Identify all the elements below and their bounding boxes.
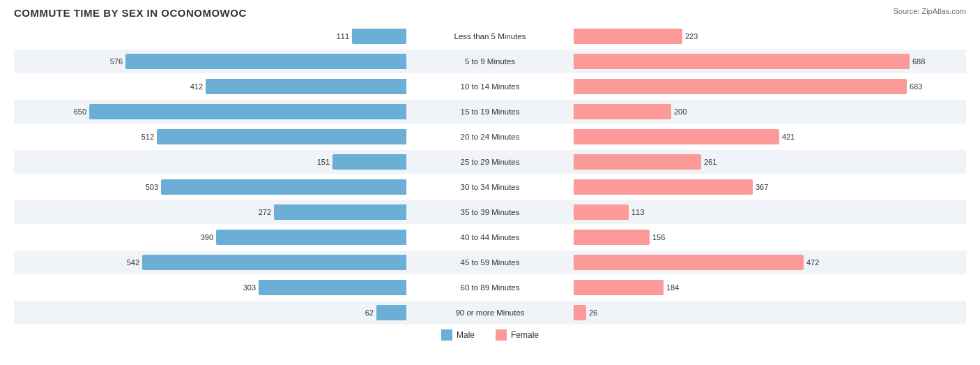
right-bar-section: 113: [574, 200, 644, 224]
left-bar-section: 151: [317, 150, 406, 174]
bar-row: 51220 to 24 Minutes421: [14, 125, 966, 149]
male-value: 303: [243, 283, 256, 292]
legend: Male Female: [14, 329, 966, 341]
female-value: 184: [666, 283, 679, 292]
row-label: 15 to 19 Minutes: [460, 100, 519, 124]
row-label: 35 to 39 Minutes: [460, 200, 519, 224]
right-bar-section: 688: [574, 50, 925, 73]
legend-male-label: Male: [457, 330, 475, 340]
female-bar: [574, 230, 650, 245]
right-bar-section: 683: [574, 75, 922, 98]
bar-row: 6290 or more Minutes26: [14, 301, 966, 325]
row-label: 45 to 59 Minutes: [460, 251, 519, 274]
right-bar-section: 421: [574, 125, 795, 149]
female-value: 113: [631, 208, 644, 216]
row-label: 5 to 9 Minutes: [465, 50, 515, 73]
male-bar: [157, 129, 406, 144]
right-bar-section: 200: [574, 100, 687, 124]
male-value: 390: [201, 233, 213, 241]
female-bar: [574, 204, 629, 220]
male-bar: [125, 54, 406, 69]
row-label: 10 to 14 Minutes: [460, 75, 519, 98]
legend-female-icon: [496, 329, 507, 341]
male-value: 412: [190, 82, 203, 91]
right-bar-section: 156: [574, 225, 665, 249]
female-bar: [574, 154, 701, 170]
male-bar: [332, 154, 406, 170]
female-bar: [574, 255, 804, 270]
row-label: 40 to 44 Minutes: [460, 225, 519, 249]
left-bar-section: 512: [141, 125, 406, 149]
bar-row: 65015 to 19 Minutes200: [14, 100, 966, 124]
legend-male: Male: [441, 329, 475, 341]
chart-area: 111Less than 5 Minutes2235765 to 9 Minut…: [14, 24, 966, 313]
right-bar-section: 26: [574, 301, 597, 325]
right-bar-section: 223: [574, 24, 698, 48]
female-bar: [574, 104, 671, 119]
legend-female-label: Female: [511, 330, 539, 340]
left-bar-section: 576: [110, 50, 406, 73]
female-bar: [574, 280, 664, 295]
chart-title: COMMUTE TIME BY SEX IN OCONOMOWOC: [14, 7, 966, 19]
bar-row: 41210 to 14 Minutes683: [14, 75, 966, 98]
right-bar-section: 261: [574, 150, 717, 174]
row-label: Less than 5 Minutes: [454, 24, 526, 48]
male-value: 650: [74, 107, 86, 116]
bar-row: 39040 to 44 Minutes156: [14, 225, 966, 249]
male-bar: [274, 204, 406, 220]
bar-row: 5765 to 9 Minutes688: [14, 50, 966, 73]
female-value: 223: [685, 32, 698, 40]
male-bar: [89, 104, 406, 119]
bar-row: 27235 to 39 Minutes113: [14, 200, 966, 224]
row-label: 25 to 29 Minutes: [460, 150, 519, 174]
female-value: 156: [652, 233, 665, 241]
bar-row: 111Less than 5 Minutes223: [14, 24, 966, 48]
female-bar: [574, 29, 682, 44]
left-bar-section: 650: [74, 100, 406, 124]
left-bar-section: 412: [190, 75, 406, 98]
female-bar: [574, 305, 586, 320]
legend-female: Female: [496, 329, 539, 341]
male-bar: [376, 305, 406, 320]
chart-container: COMMUTE TIME BY SEX IN OCONOMOWOC Source…: [0, 0, 980, 365]
female-bar: [574, 129, 779, 144]
right-bar-section: 472: [574, 251, 819, 274]
female-value: 367: [756, 183, 768, 191]
row-label: 90 or more Minutes: [455, 301, 524, 325]
left-bar-section: 272: [259, 200, 406, 224]
male-value: 512: [141, 133, 154, 141]
left-bar-section: 303: [243, 276, 406, 299]
male-bar: [142, 255, 406, 270]
bar-row: 30360 to 89 Minutes184: [14, 276, 966, 299]
left-bar-section: 62: [365, 301, 406, 325]
male-value: 62: [365, 308, 374, 317]
right-bar-section: 184: [574, 276, 679, 299]
left-bar-section: 390: [201, 225, 406, 249]
female-bar: [574, 79, 907, 94]
female-value: 26: [589, 308, 597, 317]
legend-male-icon: [441, 329, 452, 341]
bar-row: 15125 to 29 Minutes261: [14, 150, 966, 174]
row-label: 30 to 34 Minutes: [460, 175, 519, 199]
female-bar: [574, 54, 910, 69]
female-bar: [574, 179, 753, 195]
female-value: 683: [910, 82, 922, 91]
left-bar-section: 111: [337, 24, 406, 48]
left-bar-section: 542: [127, 251, 406, 274]
male-bar: [161, 179, 406, 195]
right-bar-section: 367: [574, 175, 768, 199]
male-bar: [352, 29, 406, 44]
male-value: 111: [337, 32, 349, 40]
male-bar: [259, 280, 406, 295]
female-value: 421: [782, 133, 795, 141]
female-value: 261: [704, 158, 717, 166]
female-value: 472: [806, 258, 819, 267]
female-value: 200: [674, 107, 687, 116]
male-value: 503: [146, 183, 158, 191]
female-value: 688: [912, 57, 925, 66]
male-value: 272: [259, 208, 271, 216]
source-label: Source: ZipAtlas.com: [893, 7, 966, 15]
row-label: 20 to 24 Minutes: [460, 125, 519, 149]
male-value: 576: [110, 57, 123, 66]
left-bar-section: 503: [146, 175, 406, 199]
